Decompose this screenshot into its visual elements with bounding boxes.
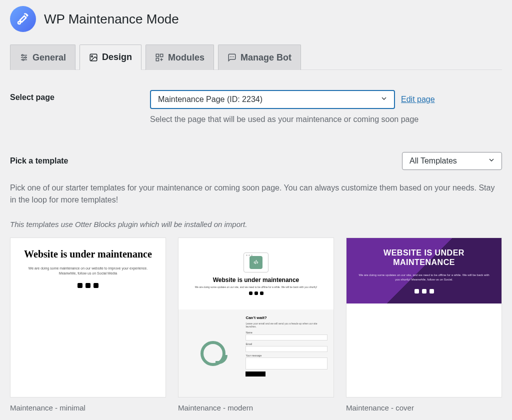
image-icon xyxy=(89,53,98,62)
svg-point-4 xyxy=(22,54,24,56)
tab-label: Manage Bot xyxy=(240,52,292,63)
template-caption: Maintenance - modern xyxy=(178,404,334,412)
templates-note: This templates use Otter Blocks plugin w… xyxy=(10,220,502,228)
tab-design[interactable]: Design xyxy=(80,44,142,70)
page-select[interactable]: Maintenance Page (ID: 2234) xyxy=(150,90,395,109)
svg-point-8 xyxy=(92,56,93,57)
svg-rect-10 xyxy=(160,54,163,56)
thumb-title: Website is under maintenance xyxy=(213,276,300,284)
thumb-subtitle: We are doing some updates on our site, a… xyxy=(356,273,492,282)
template-caption: Maintenance - cover xyxy=(346,404,502,412)
tab-bar: General Design Modules Manage Bot xyxy=(10,44,502,70)
template-filter-select[interactable]: All Templates xyxy=(402,152,502,170)
edit-page-link[interactable]: Edit page xyxy=(401,95,435,104)
tab-label: General xyxy=(32,52,66,63)
svg-point-6 xyxy=(22,59,24,60)
svg-rect-11 xyxy=(156,58,158,61)
thumb-subtitle: We are doing some maintenance on our web… xyxy=(20,266,156,276)
chat-icon xyxy=(228,53,236,62)
thumb-form-title: Can't wait? xyxy=(246,316,328,320)
pick-template-label: Pick a template xyxy=(10,156,68,166)
sliders-icon xyxy=(20,53,28,62)
at-symbol-icon xyxy=(200,341,226,366)
svg-point-0 xyxy=(18,22,20,24)
template-thumb: Website is under maintenance We are doin… xyxy=(10,238,166,398)
svg-point-5 xyxy=(25,57,26,58)
chevron-down-icon xyxy=(380,94,388,104)
template-filter-value: All Templates xyxy=(410,156,457,165)
template-card-minimal[interactable]: Website is under maintenance We are doin… xyxy=(10,238,166,412)
page-title: WP Maintenance Mode xyxy=(44,12,179,27)
tab-manage-bot[interactable]: Manage Bot xyxy=(218,44,301,70)
thumb-form-sub: Leave your email and we will send you a … xyxy=(246,322,328,328)
plugin-logo xyxy=(10,6,36,32)
browser-icon: ‹/› xyxy=(244,252,268,272)
thumb-subtitle: We are doing some updates on our site, a… xyxy=(195,286,318,288)
select-page-row: Select page Maintenance Page (ID: 2234) … xyxy=(10,90,502,109)
templates-description: Pick one of our starter templates for yo… xyxy=(10,182,502,206)
svg-rect-9 xyxy=(156,54,158,56)
thumb-social-icons xyxy=(249,292,264,295)
code-icon: ‹/› xyxy=(250,256,262,269)
tab-label: Modules xyxy=(168,52,204,63)
page-select-value: Maintenance Page (ID: 2234) xyxy=(158,95,262,104)
grid-add-icon xyxy=(155,53,164,62)
template-thumb: WEBSITE IS UNDER MAINTENANCE We are doin… xyxy=(346,238,502,398)
template-caption: Maintenance - minimal xyxy=(10,404,166,412)
template-card-cover[interactable]: WEBSITE IS UNDER MAINTENANCE We are doin… xyxy=(346,238,502,412)
select-page-label: Select page xyxy=(10,90,150,102)
chevron-down-icon xyxy=(488,156,496,166)
template-thumb: ‹/› Website is under maintenance We are … xyxy=(178,238,334,398)
template-grid: Website is under maintenance We are doin… xyxy=(10,238,502,412)
thumb-social-icons xyxy=(414,289,434,294)
thumb-title: WEBSITE IS UNDER MAINTENANCE xyxy=(356,248,492,267)
template-card-modern[interactable]: ‹/› Website is under maintenance We are … xyxy=(178,238,334,412)
tab-general[interactable]: General xyxy=(10,44,76,70)
thumb-title: Website is under maintenance xyxy=(24,248,152,260)
thumb-social-icons xyxy=(78,283,98,288)
tab-label: Design xyxy=(102,52,132,62)
page-header: WP Maintenance Mode xyxy=(10,0,502,44)
select-page-description: Select the page that will be used as you… xyxy=(150,115,502,124)
tab-modules[interactable]: Modules xyxy=(146,44,214,70)
